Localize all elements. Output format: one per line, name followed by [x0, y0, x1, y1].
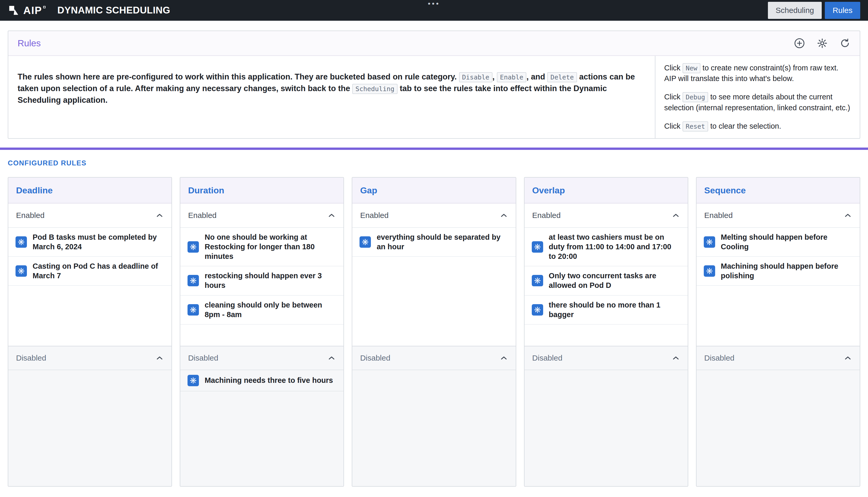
topbar: AIP DYNAMIC SCHEDULING ••• Scheduling Ru…	[0, 0, 868, 21]
gear-icon[interactable]	[817, 38, 828, 49]
plus-circle-icon[interactable]	[794, 38, 805, 49]
reset-chip: Reset	[682, 122, 708, 131]
description-text: ,	[492, 72, 497, 81]
description-text: The rules shown here are pre-configured …	[18, 72, 459, 81]
disabled-section-header[interactable]: Disabled	[180, 346, 343, 370]
rules-panel-actions	[794, 38, 850, 49]
aip-wordmark: AIP	[23, 5, 45, 16]
new-chip: New	[682, 63, 701, 73]
disabled-rules-list	[352, 370, 515, 486]
disabled-rules-list: Machining needs three to five hours	[180, 370, 343, 486]
tab-scheduling[interactable]: Scheduling	[768, 2, 822, 19]
enabled-rules-list: Melting should happen before Cooling Mac…	[696, 228, 860, 346]
rule-column-duration: Duration Enabled No one should be workin…	[180, 177, 344, 487]
help-text: Click	[664, 122, 682, 130]
chevron-up-icon	[327, 354, 336, 362]
column-header: Gap	[352, 178, 515, 203]
constraint-icon	[16, 236, 27, 248]
rule-text: Pod B tasks must be completed by March 6…	[33, 232, 164, 252]
column-title: Gap	[360, 185, 377, 196]
enabled-section-header[interactable]: Enabled	[696, 203, 860, 228]
help-reset: Click Reset to clear the selection.	[664, 121, 851, 131]
column-header: Duration	[180, 178, 343, 203]
section-label: Enabled	[360, 211, 388, 220]
chevron-up-icon	[327, 211, 336, 219]
chevron-up-icon	[672, 354, 680, 362]
disabled-rules-list	[696, 370, 860, 486]
rule-item[interactable]: Pod B tasks must be completed by March 6…	[8, 228, 172, 257]
constraint-icon	[188, 275, 199, 286]
column-title: Duration	[188, 185, 224, 196]
section-label: Enabled	[188, 211, 217, 220]
constraint-icon	[704, 265, 715, 277]
disabled-section-header[interactable]: Disabled	[696, 346, 860, 370]
section-label: Disabled	[188, 354, 218, 363]
disabled-section-header[interactable]: Disabled	[352, 346, 515, 370]
enabled-section-header[interactable]: Enabled	[525, 203, 688, 228]
rule-item[interactable]: there should be no more than 1 bagger	[525, 296, 688, 325]
rule-item[interactable]: Machining should happen before polishing	[696, 257, 860, 286]
chevron-up-icon	[844, 211, 852, 219]
tab-rules[interactable]: Rules	[825, 2, 860, 19]
rule-item[interactable]: Machining needs three to five hours	[180, 370, 343, 392]
rule-text: at least two cashiers must be on duty fr…	[549, 232, 680, 261]
chevron-up-icon	[672, 211, 680, 219]
disabled-section-header[interactable]: Disabled	[525, 346, 688, 370]
rule-text: Machining should happen before polishing	[721, 261, 852, 281]
help-text: Click	[664, 93, 682, 101]
rule-text: Casting on Pod C has a deadline of March…	[33, 261, 164, 281]
disabled-section-header[interactable]: Disabled	[8, 346, 172, 370]
rule-text: cleaning should only be between 8pm - 8a…	[205, 300, 336, 320]
rule-item[interactable]: restocking should happen ever 3 hours	[180, 266, 343, 295]
chevron-up-icon	[156, 354, 164, 362]
enabled-rules-list: everything should be separated by an hou…	[352, 228, 515, 346]
section-label: Enabled	[16, 211, 44, 220]
more-options-icon[interactable]: •••	[428, 0, 440, 8]
section-label: Disabled	[532, 354, 562, 363]
column-title: Sequence	[704, 185, 746, 196]
chevron-up-icon	[500, 211, 508, 219]
rule-text: Machining needs three to five hours	[205, 375, 333, 385]
rules-help: Click New to create new constraint(s) fr…	[655, 56, 860, 138]
help-debug: Click Debug to see more details about th…	[664, 91, 851, 113]
rule-item[interactable]: Melting should happen before Cooling	[696, 228, 860, 257]
rule-item[interactable]: Only two concurrent tasks are allowed on…	[525, 266, 688, 295]
scheduling-chip: Scheduling	[352, 84, 398, 94]
configured-rules-label: CONFIGURED RULES	[8, 159, 860, 167]
view-tabs: Scheduling Rules	[768, 2, 860, 19]
column-title: Deadline	[16, 185, 53, 196]
logo-degree-mark	[43, 6, 45, 8]
disabled-rules-list	[8, 370, 172, 486]
rule-text: Melting should happen before Cooling	[721, 232, 852, 252]
constraint-icon	[704, 236, 715, 248]
enabled-section-header[interactable]: Enabled	[8, 203, 172, 228]
rule-columns: Deadline Enabled Pod B tasks must be com…	[8, 177, 860, 487]
enabled-rules-list: Pod B tasks must be completed by March 6…	[8, 228, 172, 346]
rules-panel-header: Rules	[8, 31, 860, 56]
rule-item[interactable]: cleaning should only be between 8pm - 8a…	[180, 296, 343, 325]
rule-item[interactable]: Casting on Pod C has a deadline of March…	[8, 257, 172, 286]
rule-column-gap: Gap Enabled everything should be separat…	[352, 177, 516, 487]
rule-item[interactable]: at least two cashiers must be on duty fr…	[525, 228, 688, 266]
chevron-up-icon	[844, 354, 852, 362]
constraint-icon	[532, 241, 543, 253]
rules-description: The rules shown here are pre-configured …	[8, 64, 655, 130]
palantir-logo-icon	[8, 4, 20, 16]
section-label: Disabled	[704, 354, 735, 363]
enabled-section-header[interactable]: Enabled	[180, 203, 343, 228]
enabled-section-header[interactable]: Enabled	[352, 203, 515, 228]
section-label: Disabled	[360, 354, 390, 363]
debug-chip: Debug	[682, 92, 708, 102]
constraint-icon	[359, 236, 371, 248]
rule-item[interactable]: everything should be separated by an hou…	[352, 228, 515, 257]
column-header: Deadline	[8, 178, 172, 203]
section-label: Enabled	[704, 211, 733, 220]
enabled-rules-list: No one should be working at Restocking f…	[180, 228, 343, 346]
enabled-rules-list: at least two cashiers must be on duty fr…	[525, 228, 688, 346]
rules-panel: Rules The rules shown here are pre-confi…	[8, 30, 860, 139]
constraint-icon	[16, 265, 27, 277]
reset-icon[interactable]	[840, 38, 850, 49]
column-header: Overlap	[525, 178, 688, 203]
rule-item[interactable]: No one should be working at Restocking f…	[180, 228, 343, 266]
constraint-icon	[188, 241, 199, 253]
